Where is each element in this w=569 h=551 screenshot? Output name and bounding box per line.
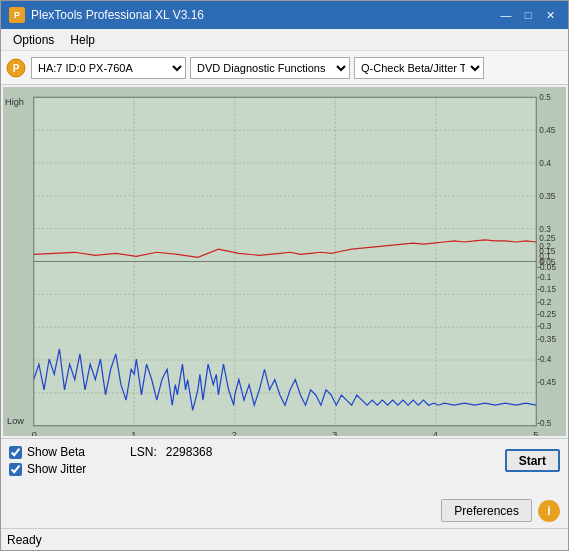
title-bar: P PlexTools Professional XL V3.16 — □ ✕ bbox=[1, 1, 568, 29]
bottom-panel: Show Beta LSN: 2298368 Show Jitter Start… bbox=[1, 438, 568, 528]
maximize-button[interactable]: □ bbox=[518, 6, 538, 24]
svg-text:4: 4 bbox=[433, 430, 438, 436]
lsn-value: 2298368 bbox=[166, 445, 213, 459]
svg-text:-0.35: -0.35 bbox=[537, 335, 556, 344]
main-window: P PlexTools Professional XL V3.16 — □ ✕ … bbox=[0, 0, 569, 551]
show-jitter-checkbox-row: Show Jitter bbox=[9, 462, 86, 476]
svg-text:-0.5: -0.5 bbox=[537, 419, 552, 428]
svg-text:0.3: 0.3 bbox=[539, 225, 551, 234]
svg-text:-0.3: -0.3 bbox=[537, 322, 552, 331]
close-button[interactable]: ✕ bbox=[540, 6, 560, 24]
svg-text:3: 3 bbox=[332, 430, 337, 436]
minimize-button[interactable]: — bbox=[496, 6, 516, 24]
device-select[interactable]: HA:7 ID:0 PX-760A bbox=[31, 57, 186, 79]
svg-text:0.5: 0.5 bbox=[539, 93, 551, 102]
show-beta-checkbox-row: Show Beta LSN: 2298368 bbox=[9, 445, 212, 459]
svg-text:-0.1: -0.1 bbox=[537, 273, 552, 282]
svg-text:P: P bbox=[13, 63, 20, 74]
info-button[interactable]: i bbox=[538, 500, 560, 522]
svg-text:-0.15: -0.15 bbox=[537, 285, 556, 294]
svg-text:-0.45: -0.45 bbox=[537, 378, 556, 387]
action-buttons: Start bbox=[505, 449, 560, 472]
show-jitter-checkbox[interactable] bbox=[9, 463, 22, 476]
toolbar: P HA:7 ID:0 PX-760A DVD Diagnostic Funct… bbox=[1, 51, 568, 85]
svg-text:-0.05: -0.05 bbox=[537, 263, 556, 272]
menu-help[interactable]: Help bbox=[62, 31, 103, 49]
svg-text:-0.2: -0.2 bbox=[537, 298, 552, 307]
function-select[interactable]: DVD Diagnostic Functions bbox=[190, 57, 350, 79]
checkboxes-area: Show Beta LSN: 2298368 Show Jitter bbox=[9, 445, 212, 476]
status-text: Ready bbox=[7, 533, 42, 547]
preferences-button[interactable]: Preferences bbox=[441, 499, 532, 522]
svg-text:0.45: 0.45 bbox=[539, 126, 555, 135]
lsn-label: LSN: bbox=[130, 445, 157, 459]
svg-text:High: High bbox=[5, 97, 24, 107]
svg-text:1: 1 bbox=[131, 430, 136, 436]
device-icon: P bbox=[5, 57, 27, 79]
show-beta-label: Show Beta bbox=[27, 445, 85, 459]
svg-text:2: 2 bbox=[232, 430, 237, 436]
start-button[interactable]: Start bbox=[505, 449, 560, 472]
window-title: PlexTools Professional XL V3.16 bbox=[31, 8, 496, 22]
chart-area: High Low 0.5 0.45 0.4 0.35 0.3 0.25 0.2 … bbox=[3, 87, 566, 436]
svg-text:-0.25: -0.25 bbox=[537, 310, 556, 319]
app-icon: P bbox=[9, 7, 25, 23]
svg-text:0: 0 bbox=[32, 430, 37, 436]
menu-options[interactable]: Options bbox=[5, 31, 62, 49]
show-beta-checkbox[interactable] bbox=[9, 446, 22, 459]
svg-text:-0.4: -0.4 bbox=[537, 355, 552, 364]
status-bar: Ready bbox=[1, 528, 568, 550]
svg-text:0.4: 0.4 bbox=[539, 159, 551, 168]
show-jitter-label: Show Jitter bbox=[27, 462, 86, 476]
chart-svg: High Low 0.5 0.45 0.4 0.35 0.3 0.25 0.2 … bbox=[3, 87, 566, 436]
menu-bar: Options Help bbox=[1, 29, 568, 51]
title-buttons: — □ ✕ bbox=[496, 6, 560, 24]
svg-text:5: 5 bbox=[533, 430, 538, 436]
test-select[interactable]: Q-Check Beta/Jitter Test bbox=[354, 57, 484, 79]
svg-text:Low: Low bbox=[7, 416, 24, 426]
svg-text:0.35: 0.35 bbox=[539, 192, 555, 201]
